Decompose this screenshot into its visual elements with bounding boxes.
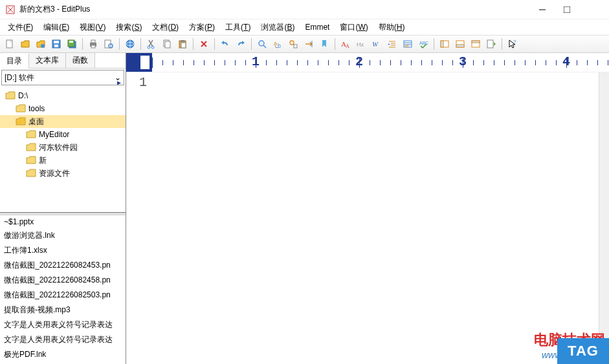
print-button[interactable] xyxy=(86,37,100,51)
cliptext-panel-button[interactable] xyxy=(469,37,483,51)
file-item[interactable]: 微信截图_20221226082453.pn xyxy=(0,258,126,273)
ruler-tick xyxy=(349,60,349,65)
spell-check-button[interactable]: ABC xyxy=(416,37,430,51)
tree-item[interactable]: 桌面 xyxy=(0,115,126,128)
folder-icon xyxy=(26,143,36,152)
file-item[interactable]: 文字是人类用表义符号记录表达 xyxy=(0,317,126,332)
ruler: 1234 xyxy=(126,53,609,72)
redo-button[interactable] xyxy=(234,37,248,51)
svg-text:?: ? xyxy=(513,39,516,45)
find-button[interactable] xyxy=(255,37,269,51)
sidebar-tab[interactable]: 目录 xyxy=(0,54,29,69)
menu-item-t[interactable]: 工具(T) xyxy=(220,20,256,35)
app-icon xyxy=(5,5,16,15)
maximize-button[interactable] xyxy=(555,1,579,19)
folder-tree[interactable]: D:\tools桌面MyEditor河东软件园新资源文件 xyxy=(0,87,126,213)
sidebar-tab[interactable]: 文本库 xyxy=(29,53,66,68)
output-panel-button[interactable] xyxy=(453,37,467,51)
vertical-scrollbar[interactable] xyxy=(599,72,609,364)
toolbar-separator xyxy=(502,38,502,50)
svg-text:W: W xyxy=(372,40,379,48)
svg-rect-32 xyxy=(294,45,297,48)
file-item[interactable]: 提取音频-视频.mp3 xyxy=(0,303,126,317)
browser-button[interactable] xyxy=(123,37,137,51)
svg-rect-51 xyxy=(456,45,464,47)
ruler-tick xyxy=(577,60,577,65)
menu-item-e[interactable]: 编辑(E) xyxy=(38,20,74,35)
menu-item-s[interactable]: 搜索(S) xyxy=(111,20,147,35)
tree-label: 河东软件园 xyxy=(39,142,78,153)
bookmark-button[interactable] xyxy=(317,37,331,51)
menu-item-f[interactable]: 文件(F) xyxy=(3,20,38,35)
ruler-tick xyxy=(328,60,329,65)
copy-button[interactable] xyxy=(160,37,174,51)
document-selector-button[interactable] xyxy=(484,37,498,51)
tree-item[interactable]: MyEditor xyxy=(0,128,126,141)
undo-button[interactable] xyxy=(218,37,232,51)
menu-item-emmet[interactable]: Emmet xyxy=(300,21,335,34)
ruler-tick xyxy=(390,60,391,65)
indent-button[interactable] xyxy=(385,37,399,51)
directory-panel-button[interactable] xyxy=(437,37,452,51)
goto-line-button[interactable] xyxy=(302,37,316,51)
hex-view-button[interactable]: Hx xyxy=(354,37,368,51)
file-item[interactable]: 傲游浏览器.lnk xyxy=(0,228,126,243)
ruler-gutter xyxy=(126,53,152,72)
ruler-tick xyxy=(204,60,205,65)
tree-label: MyEditor xyxy=(39,130,69,139)
tree-item[interactable]: 资源文件 xyxy=(0,167,126,180)
word-wrap-button[interactable]: W xyxy=(370,37,384,51)
ruler-tick xyxy=(370,60,370,65)
toolbar-separator xyxy=(251,38,252,50)
sidebar-tab[interactable]: 函数 xyxy=(66,53,95,68)
ruler-label: 3 xyxy=(459,54,467,69)
tree-item[interactable]: D:\ xyxy=(0,89,126,102)
toolbar-separator xyxy=(140,38,141,50)
menu-item-w[interactable]: 窗口(W) xyxy=(335,20,373,35)
menu-item-p[interactable]: 方案(P) xyxy=(184,20,220,35)
file-item[interactable]: 文字是人类用表义符号记录表达 xyxy=(0,332,126,347)
editor-body[interactable]: 1 xyxy=(126,72,609,364)
tree-item[interactable]: 新 xyxy=(0,154,126,167)
find-in-files-button[interactable] xyxy=(286,37,300,51)
minimize-button[interactable] xyxy=(530,1,555,19)
save-button[interactable] xyxy=(49,37,63,51)
print-preview-button[interactable] xyxy=(102,37,116,51)
file-item[interactable]: 工作簿1.xlsx xyxy=(0,243,126,258)
code-area[interactable] xyxy=(152,72,609,364)
ruler-tick xyxy=(235,60,236,65)
svg-rect-6 xyxy=(54,41,59,43)
help-cursor-button[interactable]: ? xyxy=(505,37,520,51)
menu-item-v[interactable]: 视图(V) xyxy=(74,20,111,35)
open-remote-button[interactable] xyxy=(34,37,48,51)
open-file-button[interactable] xyxy=(18,37,32,51)
column-select-button[interactable]: AB xyxy=(401,37,415,51)
ruler-tick xyxy=(183,60,184,65)
drive-selector[interactable]: [D:] 软件 ⌄ xyxy=(1,70,124,85)
folder-icon xyxy=(26,169,36,178)
tree-item[interactable]: 河东软件园 xyxy=(0,141,126,154)
svg-rect-2 xyxy=(564,6,570,13)
menu-item-d[interactable]: 文档(D) xyxy=(147,20,184,35)
new-file-button[interactable] xyxy=(3,37,17,51)
replace-button[interactable]: ab xyxy=(271,37,285,51)
ruler-tick xyxy=(214,60,215,65)
font-button[interactable]: AA xyxy=(338,37,353,51)
file-item[interactable]: ~$1.pptx xyxy=(0,215,126,228)
ruler-tick xyxy=(266,60,267,65)
menu-item-h[interactable]: 帮助(H) xyxy=(373,20,410,35)
tree-item[interactable]: tools xyxy=(0,102,126,115)
paste-button[interactable] xyxy=(175,37,190,51)
ruler-tick xyxy=(483,60,484,65)
svg-text:AB: AB xyxy=(404,44,409,48)
file-item[interactable]: 微信截图_20221226082458.pn xyxy=(0,273,126,288)
delete-button[interactable] xyxy=(197,37,211,51)
file-item[interactable]: 微信截图_20221226082503.pn xyxy=(0,288,126,303)
file-item[interactable]: 极光PDF.lnk xyxy=(0,347,126,362)
svg-rect-53 xyxy=(472,41,480,43)
file-list[interactable]: ~$1.pptx傲游浏览器.lnk工作簿1.xlsx微信截图_202212260… xyxy=(0,215,126,364)
cut-button[interactable] xyxy=(144,37,159,51)
save-all-button[interactable] xyxy=(65,37,79,51)
ruler-tick xyxy=(504,60,505,65)
menu-item-b[interactable]: 浏览器(B) xyxy=(256,20,300,35)
